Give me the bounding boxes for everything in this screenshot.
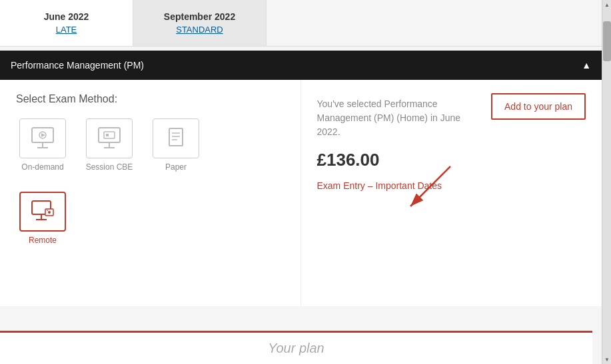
scrollbar-arrow-up[interactable]: ▲ <box>603 0 611 9</box>
tab-june2022-title: June 2022 <box>44 11 89 22</box>
svg-rect-5 <box>99 128 120 142</box>
paper-icon <box>163 126 189 150</box>
exam-icon-paper-box <box>153 118 199 158</box>
left-panel: Select Exam Method: <box>0 80 301 306</box>
exam-icon-session-cbe-box <box>86 118 133 158</box>
bottom-footer-title: Your plan <box>268 341 324 356</box>
content-area: Select Exam Method: <box>0 80 602 306</box>
svg-rect-8 <box>104 132 115 138</box>
exam-method-remote[interactable]: Remote <box>16 192 69 245</box>
section-header-title: Performance Management (PM) <box>11 60 144 71</box>
exam-method-on-demand-label: On-demand <box>21 162 63 172</box>
remote-icon <box>29 200 56 224</box>
exam-method-session-cbe-label: Session CBE <box>86 162 133 172</box>
exam-method-session-cbe[interactable]: Session CBE <box>83 118 136 172</box>
exam-entry-area: Exam Entry – Important Dates <box>317 180 442 192</box>
section-header-collapse-icon: ▲ <box>582 60 591 71</box>
add-to-plan-button[interactable]: Add to your plan <box>491 93 586 120</box>
page-wrapper: June 2022 LATE September 2022 STANDARD P… <box>0 0 611 364</box>
tab-june2022[interactable]: June 2022 LATE <box>0 0 133 46</box>
exam-method-on-demand[interactable]: On-demand <box>16 118 69 172</box>
scrollbar-arrow-down[interactable]: ▼ <box>603 355 611 364</box>
scrollbar-thumb[interactable] <box>603 21 611 61</box>
main-content: June 2022 LATE September 2022 STANDARD P… <box>0 0 602 364</box>
exam-icon-remote-box <box>19 192 66 232</box>
tab-sep2022-subtitle: STANDARD <box>176 25 223 35</box>
svg-rect-10 <box>169 128 183 146</box>
tab-bar: June 2022 LATE September 2022 STANDARD <box>0 0 602 47</box>
tab-sep2022-title: September 2022 <box>164 11 235 22</box>
on-demand-icon <box>29 126 56 150</box>
scrollbar[interactable]: ▲ ▼ <box>602 0 611 364</box>
section-header[interactable]: Performance Management (PM) ▲ <box>0 51 602 80</box>
svg-point-18 <box>48 211 51 214</box>
right-panel: Add to your plan You've selected Perform… <box>301 80 602 306</box>
exam-method-remote-label: Remote <box>29 236 57 245</box>
arrow-annotation <box>397 160 457 220</box>
exam-methods-bottom-row: Remote <box>16 192 285 245</box>
exam-method-paper-label: Paper <box>165 162 187 172</box>
session-cbe-icon <box>96 126 123 150</box>
tab-june2022-subtitle: LATE <box>56 25 77 35</box>
exam-icon-on-demand-box <box>19 118 66 158</box>
exam-methods-top-row: On-demand Ses <box>16 118 285 172</box>
svg-line-21 <box>410 166 450 206</box>
select-exam-label: Select Exam Method: <box>16 93 285 105</box>
exam-method-paper[interactable]: Paper <box>149 118 203 172</box>
bottom-footer: Your plan <box>0 331 592 364</box>
svg-rect-9 <box>106 134 109 136</box>
svg-marker-4 <box>41 133 45 137</box>
tab-sep2022[interactable]: September 2022 STANDARD <box>133 0 267 46</box>
